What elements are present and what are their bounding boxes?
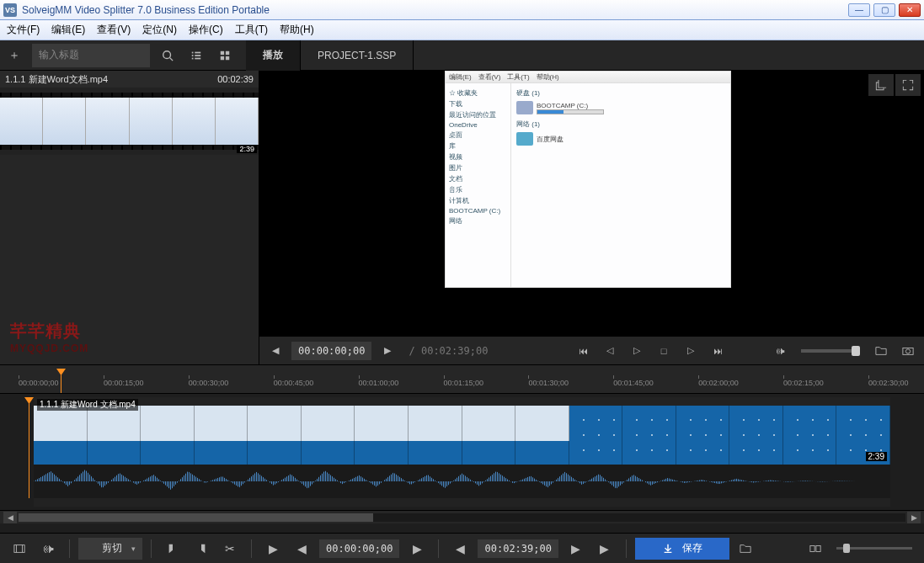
snapshot-icon[interactable] [895, 339, 921, 363]
output-folder-icon[interactable] [733, 537, 758, 560]
video-preview[interactable]: 编辑(E)查看(V)工具(T)帮助(H) ☆ 收藏夹下载最近访问的位置OneDr… [259, 71, 924, 336]
in-next-icon[interactable]: ▶ [404, 537, 430, 560]
menu-bar: 文件(F) 编辑(E) 查看(V) 定位(N) 操作(C) 工具(T) 帮助(H… [0, 20, 924, 40]
search-input[interactable]: 输入标题 [32, 44, 150, 67]
add-button[interactable]: ＋ [0, 41, 29, 70]
zoom-fit-icon[interactable] [803, 537, 828, 560]
tab-project[interactable]: PROJECT-1.SSP [301, 40, 414, 71]
current-timecode[interactable]: 00:00:00;00 [291, 342, 371, 360]
open-folder-icon[interactable] [868, 339, 894, 363]
clip-name: 1.1.1 新建Word文档.mp4 [5, 73, 108, 86]
in-timecode[interactable]: 00:00:00;00 [319, 539, 399, 558]
clip-thumbnail[interactable]: 2:39 [0, 88, 259, 155]
svg-rect-2 [192, 51, 194, 53]
ruler-tick: 00:01:45;00 [613, 379, 654, 387]
menu-control[interactable]: 操作(C) [189, 23, 223, 37]
out-timecode[interactable]: 00:02:39;00 [478, 539, 558, 558]
save-arrow-icon [662, 543, 674, 555]
timeline-track[interactable]: 1.1.1 新建Word 文档.mp4 2:39 [34, 397, 890, 507]
zoom-slider[interactable] [836, 547, 912, 550]
skip-end-icon[interactable]: ⏭ [705, 339, 730, 363]
svg-rect-11 [226, 56, 229, 59]
minimize-button[interactable]: — [848, 3, 870, 17]
crop-icon[interactable] [868, 74, 894, 96]
menu-edit[interactable]: 编辑(E) [51, 23, 85, 37]
step-back-icon[interactable]: ◁ [597, 339, 622, 363]
transport-bar: ◀ 00:00:00;00 ▶ / 00:02:39;00 ⏮ ◁ ▷ □ ▷ … [259, 336, 924, 364]
menu-tools[interactable]: 工具(T) [235, 23, 268, 37]
ruler-tick: 00:00:45;00 [274, 379, 314, 387]
track-duration-badge: 2:39 [866, 452, 887, 461]
skip-start-icon[interactable]: ⏮ [570, 339, 596, 363]
main-toolbar: ＋ 输入标题 播放 PROJECT-1.SSP [0, 40, 924, 71]
scroll-right-button[interactable]: ▶ [907, 512, 921, 523]
grid-view-icon[interactable] [211, 41, 239, 70]
app-logo: VS [3, 3, 17, 17]
video-track[interactable] [34, 406, 890, 465]
clip-badge: 2:39 [237, 145, 257, 153]
save-button[interactable]: 保存 [635, 538, 729, 560]
clip-duration: 00:02:39 [217, 74, 254, 84]
out-next-icon[interactable]: ▶ [563, 537, 589, 560]
timeline-ruler[interactable]: 00:00:00;0000:00:15;0000:00:30;0000:00:4… [0, 365, 924, 394]
svg-rect-5 [195, 55, 200, 56]
out-prev-icon[interactable]: ◀ [447, 537, 473, 560]
close-button[interactable]: ✕ [899, 3, 921, 17]
watermark: 芊芊精典 MYQQJD.COM [10, 320, 88, 354]
svg-rect-18 [816, 545, 820, 551]
svg-rect-6 [192, 57, 194, 59]
svg-rect-17 [810, 545, 815, 551]
cut-mode-button[interactable]: 剪切 [78, 538, 142, 560]
marker-out-icon[interactable] [189, 537, 214, 560]
clip-header[interactable]: 1.1.1 新建Word文档.mp4 00:02:39 [0, 71, 259, 88]
ruler-tick: 00:02:15;00 [783, 379, 824, 387]
stop-icon[interactable]: □ [651, 339, 676, 363]
title-bar: VS SolveigMM Video Splitter 7.0 Business… [0, 0, 924, 20]
scissors-icon[interactable]: ✂ [217, 537, 243, 560]
svg-rect-14 [14, 544, 24, 552]
timeline-scrollbar[interactable]: ◀ ▶ [0, 510, 924, 523]
svg-point-0 [163, 50, 171, 58]
search-icon[interactable] [153, 41, 182, 70]
maximize-button[interactable]: ▢ [873, 3, 895, 17]
next-frame-button[interactable]: ▶ [375, 339, 400, 363]
total-timecode: / 00:02:39;00 [409, 345, 488, 357]
list-view-icon[interactable] [182, 41, 211, 70]
playhead[interactable] [61, 369, 61, 393]
svg-point-13 [905, 348, 910, 353]
out-play-icon[interactable]: ▶ [592, 537, 617, 560]
scroll-thumb[interactable] [19, 513, 373, 522]
volume-slider[interactable] [801, 349, 860, 353]
volume-icon[interactable]: 🕪 [767, 339, 793, 363]
fullscreen-icon[interactable] [895, 74, 921, 96]
svg-rect-4 [192, 55, 194, 56]
ruler-tick: 00:00:00;00 [19, 379, 59, 387]
prev-frame-button[interactable]: ◀ [263, 339, 288, 363]
ruler-tick: 00:01:15;00 [444, 379, 484, 387]
svg-rect-8 [221, 50, 224, 54]
svg-rect-3 [195, 51, 200, 53]
in-play-icon[interactable]: ▶ [260, 537, 286, 560]
audio-track[interactable] [34, 465, 890, 498]
svg-rect-7 [195, 57, 200, 59]
bottom-toolbar: 🕪 剪切 ✂ ▶ ◀ 00:00:00;00 ▶ ◀ 00:02:39;00 ▶… [0, 533, 924, 563]
ruler-tick: 00:02:30;00 [868, 379, 909, 387]
film-icon[interactable] [7, 537, 32, 560]
window-title: SolveigMM Video Splitter 7.0 Business Ed… [22, 4, 848, 16]
scroll-left-button[interactable]: ◀ [3, 512, 17, 523]
play-icon[interactable]: ▷ [624, 339, 649, 363]
menu-view[interactable]: 查看(V) [97, 23, 131, 37]
in-prev-icon[interactable]: ◀ [289, 537, 314, 560]
menu-help[interactable]: 帮助(H) [280, 23, 314, 37]
tab-play[interactable]: 播放 [246, 40, 301, 71]
marker-in-icon[interactable] [160, 537, 185, 560]
track-playhead[interactable] [29, 397, 29, 498]
step-fwd-icon[interactable]: ▷ [678, 339, 703, 363]
track-label: 1.1.1 新建Word 文档.mp4 [37, 399, 138, 411]
preview-frame: 编辑(E)查看(V)工具(T)帮助(H) ☆ 收藏夹下载最近访问的位置OneDr… [445, 71, 731, 288]
audio-icon[interactable]: 🕪 [35, 537, 61, 560]
menu-file[interactable]: 文件(F) [7, 23, 40, 37]
ruler-tick: 00:00:30;00 [189, 379, 229, 387]
ruler-tick: 00:01:00;00 [359, 379, 399, 387]
menu-navigate[interactable]: 定位(N) [142, 23, 177, 37]
